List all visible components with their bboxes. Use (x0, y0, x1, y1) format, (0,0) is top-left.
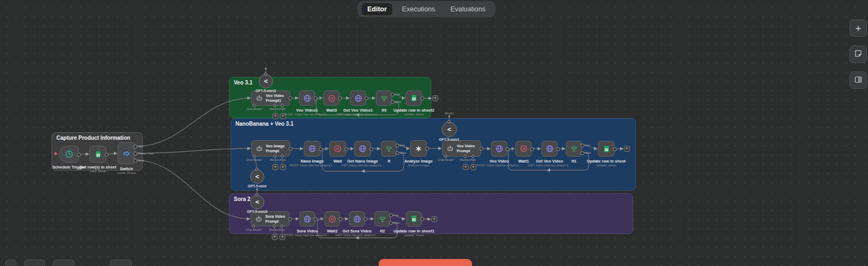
add-subnode-button[interactable]: + (463, 164, 469, 170)
connections-layer (0, 0, 868, 266)
node-ifB[interactable] (381, 141, 397, 157)
toggle-panel-button[interactable] (850, 72, 867, 89)
output-port[interactable] (319, 147, 323, 151)
split-panel-icon (854, 75, 863, 86)
node-veoVideo[interactable] (491, 141, 507, 157)
switch-icon (123, 150, 131, 158)
node-subtitle: GET: https://api.kie.ai/api/v1... (327, 233, 387, 237)
output-port[interactable] (363, 217, 367, 221)
model-node-label: GPT-5-mini1 (433, 138, 465, 141)
node-subtitle: GET: https://api.kie.ai/api/v1... (520, 164, 579, 167)
node-wait2[interactable] (324, 211, 340, 226)
node-nano[interactable] (304, 141, 321, 157)
output-port[interactable] (389, 221, 393, 225)
output-port[interactable] (389, 213, 393, 217)
model-node-mMini[interactable]: < (250, 170, 264, 184)
output-port[interactable] (506, 147, 509, 151)
node-wait1[interactable] (515, 141, 532, 157)
output-port[interactable] (369, 147, 373, 151)
output-port[interactable] (365, 96, 368, 100)
output-port[interactable] (556, 147, 560, 151)
model-node-mVeo[interactable]: < (259, 74, 273, 88)
add-subnode-button[interactable]: + (272, 164, 278, 170)
add-subnode-button[interactable]: + (272, 234, 278, 240)
model-node-mMini3[interactable]: < (250, 195, 264, 209)
node-agentV[interactable]: Veo Video Prompt1 (251, 90, 290, 106)
output-port[interactable] (425, 147, 429, 151)
node-getSora[interactable] (349, 211, 365, 226)
output-port[interactable] (395, 151, 399, 155)
output-port-label: Nano + Veo (138, 152, 165, 155)
output-port[interactable] (530, 147, 534, 151)
output-port[interactable] (344, 147, 348, 151)
node-agentS[interactable]: Sora Video Prompt (251, 211, 290, 226)
node-label: Veo Video Prompt1 (266, 93, 289, 103)
model-node-label: GPT-5-mini (241, 184, 273, 188)
workflow-canvas[interactable]: Capture Product InformationVeo 3.1NanoBa… (0, 0, 868, 266)
output-port[interactable] (391, 93, 394, 96)
tab-evaluations[interactable]: Evaluations (445, 3, 491, 15)
globe-icon (308, 145, 316, 153)
execute-workflow-button[interactable] (379, 259, 472, 266)
output-port[interactable] (314, 96, 317, 100)
canvas-control-button-1[interactable] (5, 259, 16, 266)
output-port[interactable] (480, 147, 483, 151)
add-sticky-note-button[interactable] (850, 46, 867, 63)
node-waitB[interactable] (329, 141, 346, 157)
output-port[interactable] (391, 100, 394, 104)
robot-icon (256, 94, 263, 102)
output-port[interactable] (288, 217, 292, 221)
clock-icon (65, 150, 73, 158)
output-port[interactable] (338, 96, 342, 100)
canvas-control-button-2[interactable] (24, 259, 45, 266)
sheet-icon (410, 215, 418, 223)
node-soraVideo[interactable] (299, 211, 315, 226)
output-port[interactable] (580, 151, 584, 155)
node-agentN2[interactable]: Veo Video Prompt (442, 140, 481, 157)
model-node-mMini1[interactable]: < (442, 122, 457, 137)
canvas-control-button-3[interactable] (53, 259, 74, 266)
issue-indicator-dot (54, 152, 57, 155)
output-port[interactable] (420, 96, 424, 100)
add-node-placeholder[interactable]: + (432, 95, 438, 101)
output-port[interactable] (420, 217, 424, 221)
output-port[interactable] (314, 217, 317, 221)
node-switch[interactable] (118, 142, 135, 164)
output-port[interactable] (613, 147, 617, 151)
signpost-icon (385, 145, 393, 153)
node-agentN1[interactable]: Veo Image Prompt (251, 140, 290, 157)
node-trig[interactable] (59, 146, 79, 163)
node-if2[interactable] (374, 211, 391, 226)
output-port[interactable] (289, 147, 292, 151)
output-port-label: Sora (138, 159, 165, 162)
add-node-placeholder[interactable]: + (431, 216, 437, 222)
output-port[interactable] (105, 153, 108, 157)
tab-executions[interactable]: Executions (397, 3, 441, 15)
model-node-label: GPT-5-mini3 (241, 210, 273, 213)
node-upd1[interactable] (406, 211, 422, 226)
output-port[interactable] (289, 96, 292, 100)
output-port[interactable] (133, 145, 137, 148)
output-port[interactable] (133, 159, 137, 163)
node-if3[interactable] (376, 90, 392, 106)
output-port[interactable] (339, 217, 342, 221)
node-analyze[interactable] (410, 140, 427, 157)
node-getVeo[interactable] (541, 141, 558, 157)
tab-editor[interactable]: Editor (362, 3, 392, 15)
node-upd2[interactable] (406, 90, 422, 106)
output-port[interactable] (77, 153, 81, 157)
canvas-control-button-4[interactable] (110, 259, 132, 266)
node-updN[interactable] (598, 141, 615, 157)
add-node-placeholder[interactable]: + (624, 146, 630, 152)
node-veoVideo1[interactable] (299, 90, 315, 106)
node-rows[interactable] (90, 146, 106, 163)
add-node-button[interactable]: + (850, 20, 867, 37)
node-if1[interactable] (566, 141, 582, 157)
node-getVeo1[interactable] (350, 90, 366, 106)
output-port[interactable] (395, 144, 399, 147)
output-port[interactable] (133, 152, 137, 155)
sheet-icon (603, 145, 610, 153)
node-getNano[interactable] (354, 141, 371, 157)
node-wait3[interactable] (323, 90, 340, 106)
output-port[interactable] (580, 144, 584, 147)
